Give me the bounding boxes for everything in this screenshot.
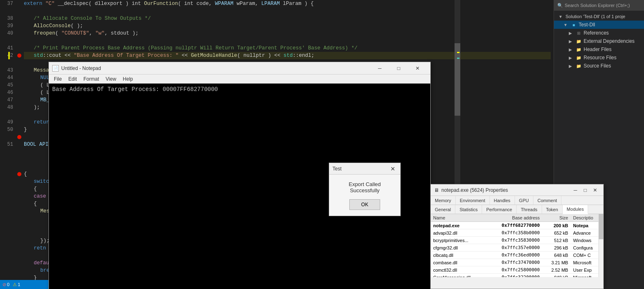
source-files-label: Source Files bbox=[584, 63, 611, 69]
se-tree: ▼ Solution 'Test-Dll' (1 of 1 proje ▼ ■ … bbox=[554, 11, 644, 72]
modules-table-container: Name Base address Size Descriptio notepa… bbox=[431, 214, 603, 277]
search-placeholder: Search Solution Explorer (Ctrl+;) bbox=[565, 3, 630, 8]
notepad-minimize-btn[interactable]: ─ bbox=[370, 62, 389, 75]
project-label: Test-Dll bbox=[579, 22, 595, 28]
props-tab-statistics[interactable]: Statistics bbox=[455, 205, 482, 214]
status-bar: ⊘ 0 ⚠ 1 bbox=[0, 280, 49, 289]
se-project-item[interactable]: ▼ ■ Test-Dll bbox=[554, 21, 644, 29]
warning-icon: ⚠ bbox=[13, 282, 17, 287]
breakpoint-dot-2 bbox=[17, 135, 21, 139]
warning-count: ⚠ 1 bbox=[13, 282, 20, 287]
error-number: 0 bbox=[7, 282, 9, 287]
notepad-menu-help[interactable]: Help bbox=[120, 75, 136, 83]
breakpoint-gutter bbox=[16, 0, 22, 289]
expand-icon-ref: ▶ bbox=[567, 30, 574, 36]
header-files-label: Header Files bbox=[584, 47, 612, 52]
module-base: 0x7ff682770000 bbox=[486, 222, 542, 229]
references-icon: ⊞ bbox=[575, 30, 582, 36]
module-row[interactable]: combase.dll0x7ffc374700003.21 MBMicrosof… bbox=[431, 259, 603, 266]
props-titlebar: 🖥 notepad.exe (5624) Properties ─ □ ✕ bbox=[431, 184, 603, 196]
modules-rows: notepad.exe0x7ff682770000200 kBNotepaadv… bbox=[431, 222, 603, 277]
col-name: Name bbox=[431, 214, 486, 222]
solution-explorer-search[interactable]: 🔍 Search Solution Explorer (Ctrl+;) bbox=[554, 0, 644, 11]
test-dialog-ok-btn[interactable]: OK bbox=[349, 199, 380, 210]
module-row[interactable]: clbcatq.dll0x7ffc36ed0000648 kBCOM+ C bbox=[431, 252, 603, 259]
test-dialog-close-btn[interactable]: ✕ bbox=[389, 165, 397, 173]
props-maximize-btn[interactable]: □ bbox=[580, 185, 590, 195]
expand-icon-2: ▼ bbox=[562, 21, 569, 28]
modules-table: Name Base address Size Descriptio notepa… bbox=[431, 214, 603, 277]
editor-scrollbar-thumb[interactable] bbox=[455, 43, 460, 116]
props-tab-token[interactable]: Token bbox=[542, 205, 563, 214]
props-minimize-btn[interactable]: ─ bbox=[570, 185, 580, 195]
notepad-menu-format[interactable]: Format bbox=[80, 75, 102, 83]
se-solution-item[interactable]: ▼ Solution 'Test-Dll' (1 of 1 proje bbox=[554, 12, 644, 21]
folder-icon-res: 📁 bbox=[575, 54, 582, 61]
props-tab-memory[interactable]: Memory bbox=[431, 196, 456, 205]
expand-icon-src: ▶ bbox=[567, 63, 574, 69]
props-tab-performance[interactable]: Performance bbox=[482, 205, 517, 214]
test-dialog-body: Export Called Successfully bbox=[329, 175, 400, 198]
col-size: Size bbox=[542, 214, 570, 222]
folder-icon-hdr: 📁 bbox=[575, 46, 582, 53]
module-base: 0x7ffc35830000 bbox=[486, 237, 542, 244]
scroll-marker-yellow bbox=[457, 52, 459, 53]
se-external-deps[interactable]: ▶ 📁 External Dependencies bbox=[554, 37, 644, 45]
props-close-btn[interactable]: ✕ bbox=[590, 185, 600, 195]
module-size: 648 kB bbox=[542, 252, 570, 259]
notepad-maximize-btn[interactable]: □ bbox=[389, 62, 408, 75]
props-tab-comment[interactable]: Comment bbox=[533, 196, 562, 205]
module-name: bcryptprimitives... bbox=[431, 237, 486, 244]
scroll-marker-teal bbox=[457, 58, 459, 59]
error-icon: ⊘ bbox=[2, 282, 6, 287]
module-name: comctl32.dll bbox=[431, 266, 486, 274]
props-tabs-bottom: General Statistics Performance Threads T… bbox=[431, 205, 603, 214]
notepad-menu-view[interactable]: View bbox=[102, 75, 120, 83]
props-tab-threads[interactable]: Threads bbox=[517, 205, 542, 214]
props-tab-modules[interactable]: Modules bbox=[563, 205, 589, 214]
module-row[interactable]: bcryptprimitives...0x7ffc35830000512 kBW… bbox=[431, 237, 603, 244]
module-name: CoreMessaging.dll bbox=[431, 274, 486, 277]
props-tab-general[interactable]: General bbox=[431, 205, 455, 214]
props-tab-handles[interactable]: Handles bbox=[490, 196, 515, 205]
breakpoint-dot-3 bbox=[17, 172, 21, 176]
notepad-close-btn[interactable]: ✕ bbox=[408, 62, 427, 75]
props-tab-gpu[interactable]: GPU bbox=[515, 196, 533, 205]
notepad-menu-edit[interactable]: Edit bbox=[65, 75, 80, 83]
breakpoint-dot bbox=[17, 54, 21, 58]
module-size: 296 kB bbox=[542, 244, 570, 252]
line-numbers: 37 38 39 40 41 42 43 44 45 46 47 48 49 5… bbox=[0, 0, 16, 289]
col-base: Base address bbox=[486, 214, 542, 222]
props-tab-environment[interactable]: Environment bbox=[456, 196, 490, 205]
ext-deps-label: External Dependencies bbox=[584, 38, 635, 44]
props-scrollbar-thumb[interactable] bbox=[599, 214, 603, 239]
module-row[interactable]: CoreMessaging.dll0x7ffc32200000848 kBMic… bbox=[431, 274, 603, 277]
solution-label: Solution 'Test-Dll' (1 of 1 proje bbox=[566, 14, 625, 19]
test-dialog: Test ✕ Export Called Successfully OK bbox=[329, 163, 401, 216]
test-dialog-titlebar: Test ✕ bbox=[329, 163, 400, 175]
se-source-files[interactable]: ▶ 📁 Source Files bbox=[554, 62, 644, 70]
notepad-titlebar: 📄 Untitled - Notepad ─ □ ✕ bbox=[49, 62, 430, 75]
module-name: cfgmgr32.dll bbox=[431, 244, 486, 252]
module-row[interactable]: cfgmgr32.dll0x7ffc357e0000296 kBConfigur… bbox=[431, 244, 603, 252]
error-count: ⊘ 0 bbox=[2, 282, 9, 287]
module-row[interactable]: advapi32.dll0x7ffc358b0000652 kBAdvance bbox=[431, 229, 603, 237]
module-row[interactable]: notepad.exe0x7ff682770000200 kBNotepa bbox=[431, 222, 603, 229]
module-size: 3.21 MB bbox=[542, 259, 570, 266]
module-size: 512 kB bbox=[542, 237, 570, 244]
module-name: advapi32.dll bbox=[431, 229, 486, 237]
project-icon: ■ bbox=[570, 21, 577, 28]
expand-icon-res: ▶ bbox=[567, 54, 574, 61]
se-references[interactable]: ▶ ⊞ References bbox=[554, 29, 644, 37]
resource-files-label: Resource Files bbox=[584, 55, 616, 61]
props-tabs-top: Memory Environment Handles GPU Comment bbox=[431, 196, 603, 205]
notepad-text-content: Base Address Of Target Process: 00007FF6… bbox=[52, 86, 218, 93]
module-row[interactable]: comctl32.dll0x7ffc258000002.52 MBUser Ex… bbox=[431, 266, 603, 274]
se-header-files[interactable]: ▶ 📁 Header Files bbox=[554, 45, 644, 54]
notepad-menu-file[interactable]: File bbox=[51, 75, 65, 83]
test-dialog-title: Test bbox=[332, 166, 389, 172]
se-resource-files[interactable]: ▶ 📁 Resource Files bbox=[554, 54, 644, 62]
props-scrollbar[interactable] bbox=[598, 214, 603, 277]
module-base: 0x7ffc357e0000 bbox=[486, 244, 542, 252]
test-dialog-footer: OK bbox=[329, 198, 400, 212]
